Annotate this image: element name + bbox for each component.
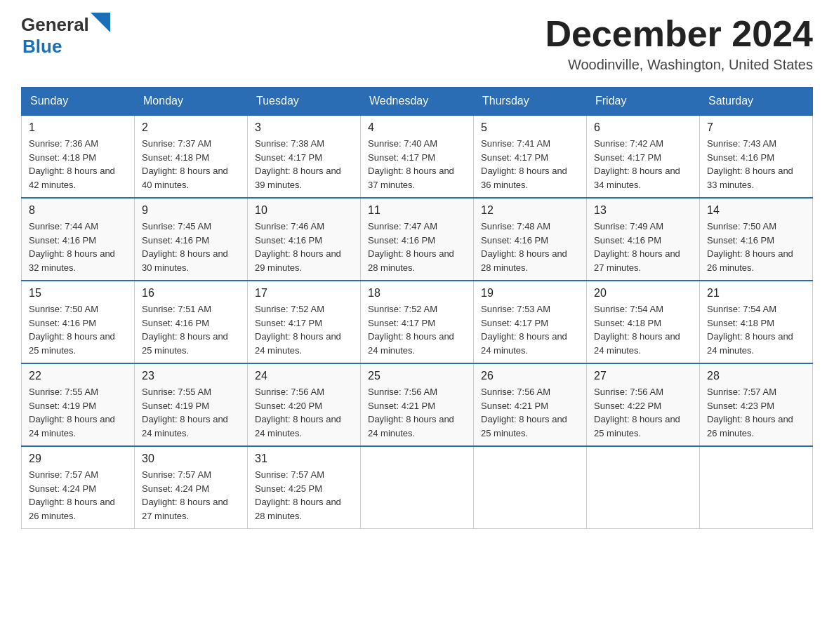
day-info: Sunrise: 7:47 AM Sunset: 4:16 PM Dayligh… — [368, 220, 466, 274]
day-number: 10 — [255, 204, 353, 217]
day-info: Sunrise: 7:56 AM Sunset: 4:22 PM Dayligh… — [594, 385, 692, 440]
day-number: 24 — [255, 370, 353, 382]
header-tuesday: Tuesday — [248, 88, 361, 116]
day-info: Sunrise: 7:40 AM Sunset: 4:17 PM Dayligh… — [368, 137, 466, 192]
table-row: 19 Sunrise: 7:53 AM Sunset: 4:17 PM Dayl… — [474, 281, 587, 363]
table-row: 14 Sunrise: 7:50 AM Sunset: 4:16 PM Dayl… — [700, 198, 813, 281]
header-thursday: Thursday — [474, 88, 587, 116]
table-row — [587, 446, 700, 529]
location-subtitle: Woodinville, Washington, United States — [545, 57, 813, 73]
day-number: 14 — [707, 204, 805, 217]
calendar-header-row: Sunday Monday Tuesday Wednesday Thursday… — [22, 88, 813, 116]
day-number: 11 — [368, 204, 466, 217]
day-number: 12 — [481, 204, 579, 217]
table-row: 4 Sunrise: 7:40 AM Sunset: 4:17 PM Dayli… — [361, 115, 474, 198]
day-number: 18 — [368, 287, 466, 300]
table-row: 16 Sunrise: 7:51 AM Sunset: 4:16 PM Dayl… — [135, 281, 248, 363]
day-info: Sunrise: 7:44 AM Sunset: 4:16 PM Dayligh… — [29, 220, 127, 274]
table-row: 9 Sunrise: 7:45 AM Sunset: 4:16 PM Dayli… — [135, 198, 248, 281]
day-number: 2 — [142, 121, 240, 134]
day-number: 8 — [29, 204, 127, 217]
logo: General Blue — [21, 14, 110, 58]
day-info: Sunrise: 7:52 AM Sunset: 4:17 PM Dayligh… — [368, 302, 466, 357]
day-number: 1 — [29, 121, 127, 134]
day-number: 23 — [142, 370, 240, 382]
table-row: 1 Sunrise: 7:36 AM Sunset: 4:18 PM Dayli… — [22, 115, 135, 198]
table-row: 18 Sunrise: 7:52 AM Sunset: 4:17 PM Dayl… — [361, 281, 474, 363]
table-row: 13 Sunrise: 7:49 AM Sunset: 4:16 PM Dayl… — [587, 198, 700, 281]
day-number: 9 — [142, 204, 240, 217]
calendar-table: Sunday Monday Tuesday Wednesday Thursday… — [21, 87, 813, 529]
day-number: 29 — [29, 452, 127, 465]
calendar-week-row: 29 Sunrise: 7:57 AM Sunset: 4:24 PM Dayl… — [22, 446, 813, 529]
table-row: 27 Sunrise: 7:56 AM Sunset: 4:22 PM Dayl… — [587, 363, 700, 446]
day-number: 16 — [142, 287, 240, 300]
table-row — [474, 446, 587, 529]
day-info: Sunrise: 7:51 AM Sunset: 4:16 PM Dayligh… — [142, 302, 240, 357]
day-info: Sunrise: 7:54 AM Sunset: 4:18 PM Dayligh… — [707, 302, 805, 357]
day-number: 31 — [255, 452, 353, 465]
day-number: 20 — [594, 287, 692, 300]
table-row: 22 Sunrise: 7:55 AM Sunset: 4:19 PM Dayl… — [22, 363, 135, 446]
table-row: 30 Sunrise: 7:57 AM Sunset: 4:24 PM Dayl… — [135, 446, 248, 529]
calendar-week-row: 15 Sunrise: 7:50 AM Sunset: 4:16 PM Dayl… — [22, 281, 813, 363]
day-info: Sunrise: 7:43 AM Sunset: 4:16 PM Dayligh… — [707, 137, 805, 192]
table-row: 6 Sunrise: 7:42 AM Sunset: 4:17 PM Dayli… — [587, 115, 700, 198]
table-row: 25 Sunrise: 7:56 AM Sunset: 4:21 PM Dayl… — [361, 363, 474, 446]
day-info: Sunrise: 7:41 AM Sunset: 4:17 PM Dayligh… — [481, 137, 579, 192]
day-number: 17 — [255, 287, 353, 300]
header-sunday: Sunday — [22, 88, 135, 116]
day-info: Sunrise: 7:57 AM Sunset: 4:24 PM Dayligh… — [29, 468, 127, 523]
table-row: 11 Sunrise: 7:47 AM Sunset: 4:16 PM Dayl… — [361, 198, 474, 281]
logo-blue-text: Blue — [22, 36, 62, 58]
day-info: Sunrise: 7:38 AM Sunset: 4:17 PM Dayligh… — [255, 137, 353, 192]
day-info: Sunrise: 7:57 AM Sunset: 4:23 PM Dayligh… — [707, 385, 805, 440]
day-number: 19 — [481, 287, 579, 300]
day-info: Sunrise: 7:52 AM Sunset: 4:17 PM Dayligh… — [255, 302, 353, 357]
table-row — [700, 446, 813, 529]
header-saturday: Saturday — [700, 88, 813, 116]
table-row: 3 Sunrise: 7:38 AM Sunset: 4:17 PM Dayli… — [248, 115, 361, 198]
day-info: Sunrise: 7:45 AM Sunset: 4:16 PM Dayligh… — [142, 220, 240, 274]
day-info: Sunrise: 7:37 AM Sunset: 4:18 PM Dayligh… — [142, 137, 240, 192]
table-row: 8 Sunrise: 7:44 AM Sunset: 4:16 PM Dayli… — [22, 198, 135, 281]
header-friday: Friday — [587, 88, 700, 116]
day-number: 4 — [368, 121, 466, 134]
calendar-week-row: 8 Sunrise: 7:44 AM Sunset: 4:16 PM Dayli… — [22, 198, 813, 281]
day-number: 3 — [255, 121, 353, 134]
calendar-week-row: 22 Sunrise: 7:55 AM Sunset: 4:19 PM Dayl… — [22, 363, 813, 446]
table-row: 20 Sunrise: 7:54 AM Sunset: 4:18 PM Dayl… — [587, 281, 700, 363]
day-info: Sunrise: 7:56 AM Sunset: 4:21 PM Dayligh… — [368, 385, 466, 440]
day-number: 13 — [594, 204, 692, 217]
table-row: 31 Sunrise: 7:57 AM Sunset: 4:25 PM Dayl… — [248, 446, 361, 529]
table-row: 5 Sunrise: 7:41 AM Sunset: 4:17 PM Dayli… — [474, 115, 587, 198]
logo-triangle-icon — [91, 13, 110, 32]
day-number: 5 — [481, 121, 579, 134]
day-info: Sunrise: 7:56 AM Sunset: 4:21 PM Dayligh… — [481, 385, 579, 440]
header-wednesday: Wednesday — [361, 88, 474, 116]
day-number: 26 — [481, 370, 579, 382]
title-block: December 2024 Woodinville, Washington, U… — [545, 14, 813, 73]
day-number: 22 — [29, 370, 127, 382]
table-row: 12 Sunrise: 7:48 AM Sunset: 4:16 PM Dayl… — [474, 198, 587, 281]
day-info: Sunrise: 7:48 AM Sunset: 4:16 PM Dayligh… — [481, 220, 579, 274]
svg-marker-0 — [91, 13, 110, 32]
day-number: 15 — [29, 287, 127, 300]
month-title: December 2024 — [545, 14, 813, 54]
table-row: 7 Sunrise: 7:43 AM Sunset: 4:16 PM Dayli… — [700, 115, 813, 198]
day-number: 7 — [707, 121, 805, 134]
table-row: 15 Sunrise: 7:50 AM Sunset: 4:16 PM Dayl… — [22, 281, 135, 363]
day-number: 27 — [594, 370, 692, 382]
table-row: 29 Sunrise: 7:57 AM Sunset: 4:24 PM Dayl… — [22, 446, 135, 529]
table-row: 21 Sunrise: 7:54 AM Sunset: 4:18 PM Dayl… — [700, 281, 813, 363]
day-info: Sunrise: 7:36 AM Sunset: 4:18 PM Dayligh… — [29, 137, 127, 192]
table-row — [361, 446, 474, 529]
day-info: Sunrise: 7:57 AM Sunset: 4:24 PM Dayligh… — [142, 468, 240, 523]
day-info: Sunrise: 7:50 AM Sunset: 4:16 PM Dayligh… — [29, 302, 127, 357]
day-info: Sunrise: 7:53 AM Sunset: 4:17 PM Dayligh… — [481, 302, 579, 357]
day-info: Sunrise: 7:55 AM Sunset: 4:19 PM Dayligh… — [29, 385, 127, 440]
day-info: Sunrise: 7:50 AM Sunset: 4:16 PM Dayligh… — [707, 220, 805, 274]
day-info: Sunrise: 7:55 AM Sunset: 4:19 PM Dayligh… — [142, 385, 240, 440]
table-row: 23 Sunrise: 7:55 AM Sunset: 4:19 PM Dayl… — [135, 363, 248, 446]
day-info: Sunrise: 7:42 AM Sunset: 4:17 PM Dayligh… — [594, 137, 692, 192]
